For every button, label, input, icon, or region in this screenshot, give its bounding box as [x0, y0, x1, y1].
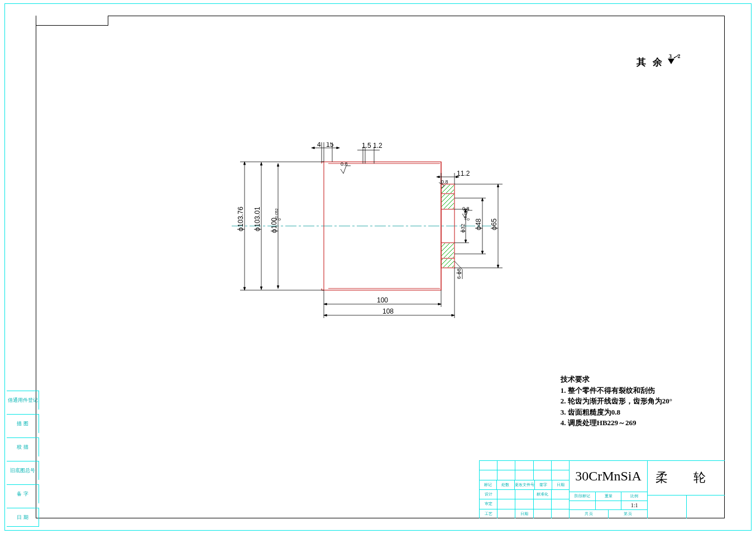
tb-cell: 审定: [480, 499, 497, 508]
dim: 15: [326, 142, 334, 148]
tb-mid: 第 页: [609, 510, 647, 518]
dim: ϕ103.76: [237, 206, 245, 232]
tb-cell: 签字: [535, 480, 552, 489]
svg-rect-17: [442, 259, 454, 267]
rev-label: 旧底图总号: [7, 461, 39, 480]
dim: 11.2: [457, 170, 470, 177]
top-tab: [36, 16, 108, 26]
svg-line-45: [454, 261, 462, 270]
surface-symbol-icon: 3.2: [668, 57, 678, 68]
dim: ϕ103.01: [253, 206, 261, 232]
engineering-drawing: 4 15 1.5 1.2 11.2 0.8 0.8 0.8 ϕ103.76 ϕ1…: [207, 142, 519, 338]
revision-column: 借通用件登记 描 图 校 描 旧底图总号 备 字 日 期: [7, 391, 39, 527]
tb-cell: 标记: [480, 480, 497, 489]
title-block: 标记 处数 更改文件号 签字 日期 设计 标准化 审定 工艺 日期: [479, 460, 725, 518]
rev-label: 备 字: [7, 484, 39, 503]
dim: ϕ65: [490, 218, 498, 230]
svg-rect-15: [442, 194, 454, 209]
tech-item: 1. 整个零件不得有裂纹和刮伤: [561, 385, 672, 396]
dim: 1.5: [362, 142, 371, 150]
surf-val: 0.8: [341, 161, 348, 167]
tb-mid: 重量: [596, 492, 622, 501]
part-name: 柔 轮: [648, 461, 725, 495]
tb-mid: 共 页: [570, 510, 609, 518]
tb-cell: 工艺: [480, 509, 497, 518]
tb-mid: 阶段标记: [570, 492, 596, 501]
tb-cell: 更改文件号: [515, 480, 535, 489]
tb-cell: 设计: [480, 490, 497, 499]
surf-val: 0.8: [441, 179, 448, 185]
tb-mid: 比例: [621, 492, 647, 501]
tech-item: 2. 轮齿为渐开线齿形，齿形角为20°: [561, 396, 672, 407]
svg-rect-16: [442, 243, 454, 258]
dim: ϕ48: [475, 218, 482, 230]
tol: 0: [277, 218, 281, 220]
dim: ϕ32: [460, 224, 466, 233]
dim: 6-ϕ8: [456, 268, 462, 279]
dim: 1.2: [373, 142, 382, 150]
surf-label: 其 余: [637, 56, 664, 69]
rev-label: 日 期: [7, 508, 39, 527]
rev-label: 校 描: [7, 437, 39, 456]
dim: 108: [382, 307, 394, 315]
tb-cell: 日期: [515, 509, 533, 518]
tech-title: 技术要求: [561, 374, 672, 385]
tb-cell: 标准化: [534, 490, 552, 499]
scale-ratio: 1:1: [621, 501, 647, 509]
tb-cell: 日期: [552, 480, 569, 489]
dim: 4: [317, 142, 321, 148]
tb-cell: 处数: [497, 480, 514, 489]
dim: 100: [377, 296, 388, 304]
tol: 0: [466, 218, 470, 220]
svg-rect-14: [442, 185, 454, 193]
surface-finish-note: 其 余 3.2: [637, 56, 678, 69]
rev-label: 借通用件登记: [7, 391, 39, 410]
tech-requirements: 技术要求 1. 整个零件不得有裂纹和刮伤 2. 轮齿为渐开线齿形，齿形角为20°…: [561, 374, 672, 429]
rev-label: 描 图: [7, 414, 39, 433]
tech-item: 4. 调质处理HB229～269: [561, 417, 672, 429]
tech-item: 3. 齿面粗糙度为0.8: [561, 407, 672, 418]
surface-mark-icon: [341, 166, 351, 174]
material: 30CrMnSiA: [570, 461, 647, 492]
